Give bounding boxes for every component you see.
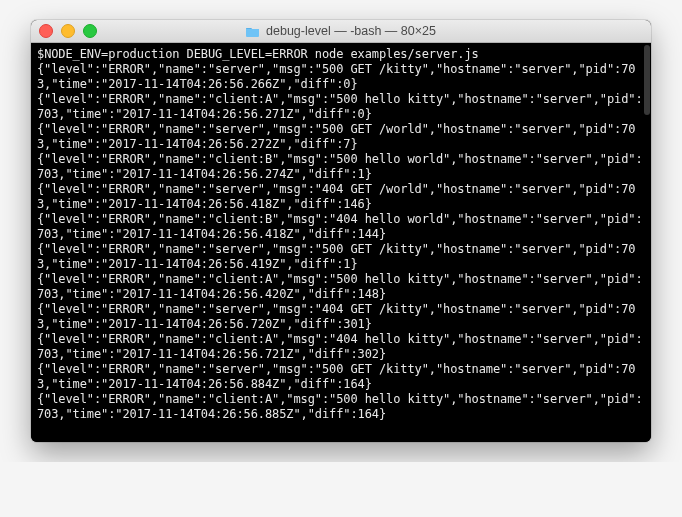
title-text: debug-level — -bash — 80×25 [266, 24, 436, 38]
scrollbar-thumb[interactable] [644, 45, 650, 115]
scrollbar[interactable] [644, 45, 650, 440]
log-line: {"level":"ERROR","name":"server","msg":"… [37, 242, 645, 272]
log-line: {"level":"ERROR","name":"client:B","msg"… [37, 152, 645, 182]
close-icon[interactable] [39, 24, 53, 38]
zoom-icon[interactable] [83, 24, 97, 38]
log-line: {"level":"ERROR","name":"client:A","msg"… [37, 392, 645, 422]
log-line: {"level":"ERROR","name":"client:B","msg"… [37, 212, 645, 242]
terminal-output[interactable]: $ NODE_ENV=production DEBUG_LEVEL=ERROR … [31, 43, 651, 442]
window-title: debug-level — -bash — 80×25 [31, 24, 651, 38]
log-line: {"level":"ERROR","name":"server","msg":"… [37, 122, 645, 152]
log-line: {"level":"ERROR","name":"client:A","msg"… [37, 272, 645, 302]
log-line: {"level":"ERROR","name":"server","msg":"… [37, 62, 645, 92]
log-line: {"level":"ERROR","name":"client:A","msg"… [37, 332, 645, 362]
log-line: {"level":"ERROR","name":"client:A","msg"… [37, 92, 645, 122]
command-line: $ NODE_ENV=production DEBUG_LEVEL=ERROR … [37, 47, 645, 62]
terminal-area[interactable]: $ NODE_ENV=production DEBUG_LEVEL=ERROR … [31, 43, 651, 442]
traffic-lights [39, 24, 97, 38]
log-line: {"level":"ERROR","name":"server","msg":"… [37, 362, 645, 392]
folder-icon [246, 26, 260, 37]
command-text: NODE_ENV=production DEBUG_LEVEL=ERROR no… [44, 47, 479, 62]
log-lines: {"level":"ERROR","name":"server","msg":"… [37, 62, 645, 422]
log-line: {"level":"ERROR","name":"server","msg":"… [37, 182, 645, 212]
minimize-icon[interactable] [61, 24, 75, 38]
titlebar[interactable]: debug-level — -bash — 80×25 [31, 20, 651, 43]
terminal-window: debug-level — -bash — 80×25 $ NODE_ENV=p… [31, 20, 651, 442]
prompt: $ [37, 47, 44, 62]
log-line: {"level":"ERROR","name":"server","msg":"… [37, 302, 645, 332]
